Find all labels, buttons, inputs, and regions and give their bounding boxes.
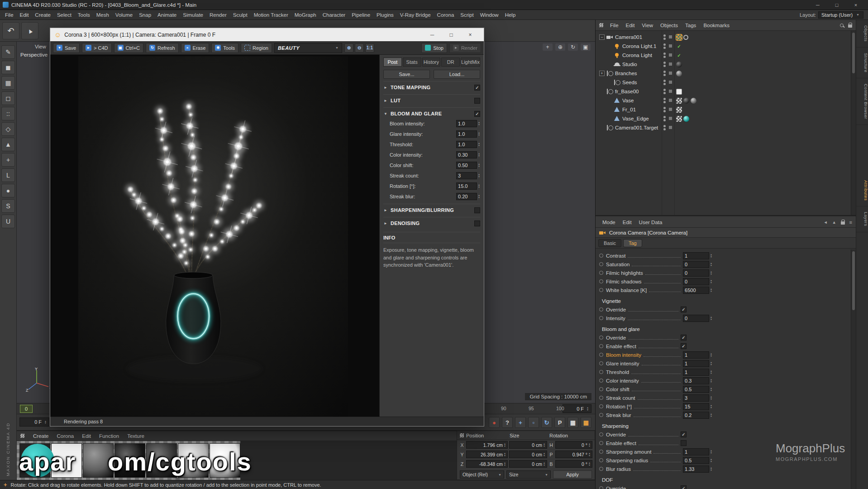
render-toggle[interactable] — [669, 62, 672, 66]
value-field[interactable]: 15 — [683, 403, 709, 410]
om-menu-tags[interactable]: Tags — [682, 23, 699, 28]
section-checkbox[interactable] — [474, 207, 480, 213]
param-field[interactable]: 3 — [456, 172, 477, 179]
layout-select[interactable]: Startup (User) ▼ — [818, 11, 863, 19]
minimize-button[interactable]: ─ — [808, 0, 827, 10]
to-c4d-button[interactable]: ►> C4D — [82, 43, 112, 53]
keyframe-circle-icon[interactable] — [599, 279, 603, 283]
lock-workplane-button[interactable]: U — [1, 215, 15, 228]
rail-tab-content-browser[interactable]: Content Browser — [856, 78, 868, 125]
stepper[interactable]: ▲▼ — [478, 142, 480, 146]
keyframe-circle-icon[interactable] — [599, 450, 603, 454]
lock-icon[interactable] — [841, 221, 845, 225]
object-row-fr-base00[interactable]: fr_Base00 — [596, 87, 856, 96]
menu-help[interactable]: Help — [502, 10, 519, 19]
render-toggle[interactable] — [669, 108, 672, 111]
stepper[interactable]: ▲▼ — [478, 173, 480, 177]
sphere-gray-tag-icon[interactable] — [691, 98, 696, 104]
stepper[interactable]: ▲▼ — [478, 184, 480, 188]
key-parameter-button[interactable]: P — [554, 417, 565, 428]
viewport-solo-button[interactable]: ● — [1, 184, 15, 197]
zoom-out-button[interactable]: ⊖ — [355, 43, 364, 53]
pan-icon[interactable]: + — [543, 43, 553, 51]
render-button[interactable]: ►Render — [449, 43, 481, 53]
render-toggle[interactable] — [669, 72, 672, 75]
object-row-camera001-target[interactable]: Camera001.Target — [596, 123, 856, 132]
render-toggle[interactable] — [669, 99, 672, 102]
size-x-field[interactable]: 0 cm▲▼ — [509, 441, 547, 449]
live-selection-button[interactable]: ▲ — [21, 22, 38, 39]
keyframe-circle-icon[interactable] — [599, 486, 603, 489]
stepper[interactable]: ▲▼ — [587, 407, 589, 411]
stepper[interactable]: ▲▼ — [710, 254, 712, 258]
panel-menu-icon[interactable]: ≡ — [849, 220, 852, 225]
value-field[interactable]: 1 — [683, 351, 709, 359]
keyframe-circle-icon[interactable] — [599, 316, 603, 320]
keyframe-circle-icon[interactable] — [599, 271, 603, 275]
object-row-branches[interactable]: +Branches — [596, 69, 856, 78]
rotation-h-field[interactable]: 0 °▲▼ — [555, 441, 592, 449]
keyframe-circle-icon[interactable] — [599, 307, 603, 312]
check-tag-icon[interactable]: ✓ — [676, 43, 682, 49]
render-canvas[interactable] — [50, 55, 379, 417]
sphere-teal-tag-icon[interactable] — [683, 116, 689, 122]
material-menu-create[interactable]: Create — [30, 433, 52, 439]
size-z-field[interactable]: 0 cm▲▼ — [509, 460, 547, 468]
size-y-field[interactable]: 0 cm▲▼ — [509, 451, 547, 458]
attr-tab-basic[interactable]: Basic — [598, 239, 621, 247]
object-row-corona-light-1[interactable]: Corona Light.1✓ — [596, 42, 856, 51]
object-row-vase-edge[interactable]: Vase_Edge — [596, 114, 856, 123]
material-thumbnail[interactable] — [51, 443, 82, 478]
section-bloom-and-glare[interactable]: ▼BLOOM AND GLARE✓ — [383, 109, 480, 118]
om-menu-edit[interactable]: Edit — [623, 23, 638, 28]
menu-pipeline[interactable]: Pipeline — [348, 10, 373, 19]
rail-tab-layers[interactable]: Layers — [856, 206, 868, 232]
undo-button[interactable]: ↶ — [2, 22, 19, 39]
visibility-dots[interactable] — [663, 89, 666, 94]
value-field[interactable]: 0 — [683, 269, 709, 277]
param-field[interactable]: 15.0 — [456, 182, 477, 190]
stepper[interactable]: ▲▼ — [44, 420, 47, 424]
om-menu-file[interactable]: File — [607, 23, 622, 28]
section-tone-mapping[interactable]: ►TONE MAPPING✓ — [383, 83, 480, 92]
param-field[interactable]: 0.30 — [456, 151, 477, 158]
value-field[interactable]: 1 — [683, 369, 709, 376]
expander-icon[interactable]: + — [599, 71, 605, 76]
position-y-field[interactable]: 26.399 cm▲▼ — [466, 451, 508, 458]
camera-cube-icon[interactable]: ▣ — [581, 43, 591, 51]
sphere-dark-tag-icon[interactable] — [676, 62, 682, 67]
checker-tag-icon[interactable] — [676, 107, 682, 113]
tools-button[interactable]: ✱Tools — [211, 43, 238, 53]
rotation-p-field[interactable]: 0.947 °▲▼ — [555, 451, 592, 458]
visibility-dots[interactable] — [663, 107, 666, 112]
value-field[interactable]: 1 — [683, 448, 709, 455]
erase-button[interactable]: ×Erase — [181, 43, 210, 53]
keyframe-circle-icon[interactable] — [599, 336, 603, 340]
value-field[interactable]: 1 — [683, 360, 709, 367]
stepper[interactable]: ▲▼ — [710, 387, 712, 391]
edges-mode-button[interactable]: ◇ — [1, 122, 15, 136]
menu-window[interactable]: Window — [477, 10, 502, 19]
menu-script[interactable]: Script — [457, 10, 477, 19]
save-config-button[interactable]: Save... — [383, 70, 430, 79]
param-field[interactable]: 1.0 — [456, 141, 477, 148]
visibility-dots[interactable] — [663, 116, 666, 121]
keyframe-circle-icon[interactable] — [599, 353, 603, 357]
keyframe-circle-icon[interactable] — [599, 379, 603, 383]
material-thumbnail[interactable] — [210, 443, 240, 478]
section-checkbox[interactable] — [474, 98, 480, 104]
visibility-dots[interactable] — [663, 71, 666, 76]
make-editable-button[interactable]: ✎ — [1, 45, 15, 59]
minimize-button[interactable]: ─ — [423, 29, 442, 41]
visibility-dots[interactable] — [663, 53, 666, 58]
sphere-gray-tag-icon[interactable] — [676, 71, 682, 77]
section-checkbox[interactable] — [474, 221, 480, 226]
render-toggle[interactable] — [669, 117, 672, 120]
arrow-up-icon[interactable]: ▲ — [832, 220, 836, 225]
timeline-end-field[interactable]: 0 F▲▼ — [563, 404, 591, 413]
keyframe-circle-icon[interactable] — [599, 404, 603, 408]
keyframe-circle-icon[interactable] — [599, 370, 603, 374]
menu-simulate[interactable]: Simulate — [180, 10, 206, 19]
menu-character[interactable]: Character — [320, 10, 349, 19]
render-toggle[interactable] — [669, 44, 672, 48]
